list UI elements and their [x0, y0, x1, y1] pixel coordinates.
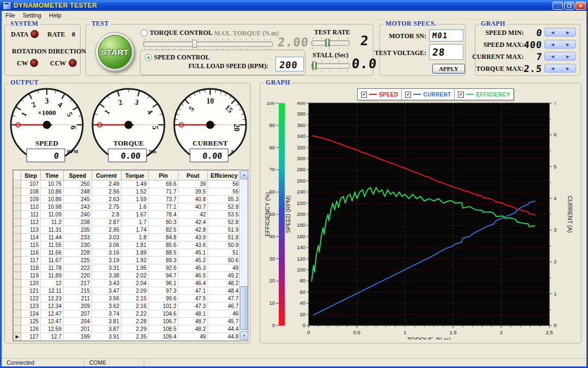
table-cell: 121: [21, 287, 41, 295]
status-bar: Connected COM6: [2, 358, 586, 367]
table-row[interactable]: 10710.752502.491.4969.63956: [14, 180, 241, 188]
row-selector[interactable]: [14, 180, 21, 188]
row-selector[interactable]: [14, 211, 21, 219]
row-selector[interactable]: [14, 295, 21, 303]
current-max-spinner[interactable]: ◀ ▶: [544, 52, 576, 61]
slider-track[interactable]: [311, 40, 350, 46]
column-header-speed[interactable]: Speed: [64, 171, 92, 180]
slider-track[interactable]: [143, 41, 273, 47]
spinner-left-icon[interactable]: ◀: [545, 64, 560, 72]
row-selector[interactable]: [14, 219, 21, 226]
scrollbar-thumb[interactable]: [240, 286, 248, 330]
table-row[interactable]: 11111.092402.81.6778.44253.5: [14, 211, 241, 219]
table-row[interactable]: 10910.862452.631.5973.740.855.3: [14, 196, 241, 203]
svg-text:7: 7: [554, 102, 556, 106]
torque-control-radio[interactable]: [140, 29, 148, 37]
row-selector[interactable]: [14, 287, 21, 295]
row-selector[interactable]: [14, 249, 21, 257]
row-selector[interactable]: [14, 226, 21, 234]
speed-max-spinner[interactable]: ◀ ▶: [544, 40, 576, 49]
table-row[interactable]: 12312.342093.622.16101.247.346.7: [14, 303, 241, 310]
table-row[interactable]: 11811.782223.311.9592.645.349: [14, 264, 241, 272]
table-row[interactable]: 11611.662283.161.8988.545.151: [14, 249, 241, 257]
row-selector[interactable]: [14, 196, 21, 203]
apply-button[interactable]: APPLY: [432, 64, 465, 74]
spinner-left-icon[interactable]: ◀: [545, 52, 560, 60]
row-selector[interactable]: [14, 264, 21, 272]
table-row[interactable]: 11211.22382.871.780.342.452.8: [14, 219, 241, 226]
table-row[interactable]: 11511.552303.061.8185.643.650.9: [14, 242, 241, 249]
spinner-right-icon[interactable]: ▶: [560, 40, 575, 48]
restore-button[interactable]: ❐: [564, 2, 574, 10]
scroll-down-icon[interactable]: ▼: [240, 331, 248, 340]
slider-track[interactable]: [311, 63, 350, 69]
row-selector[interactable]: [14, 257, 21, 264]
table-row[interactable]: 10810.862482.561.5271.739.555: [14, 188, 241, 196]
row-selector[interactable]: [14, 203, 21, 211]
table-cell: 117: [21, 257, 41, 264]
row-selector[interactable]: [14, 318, 21, 325]
speed-control-radio[interactable]: [145, 54, 152, 61]
column-header-current[interactable]: Current: [92, 171, 121, 180]
table-row[interactable]: 12512.472043.812.28106.748.745.7: [14, 318, 241, 325]
table-cell: 51.9: [208, 226, 241, 234]
test-voltage-input[interactable]: 28: [429, 44, 463, 60]
row-selector[interactable]: [14, 242, 21, 249]
table-row[interactable]: 11411.442333.031.884.843.951.8: [14, 234, 241, 242]
torque-max-spinner[interactable]: ◀ ▶: [544, 64, 576, 73]
close-button[interactable]: ✕: [575, 2, 586, 10]
svg-text:300: 300: [297, 155, 305, 161]
table-row[interactable]: 12212.232113.562.1599.647.547.7: [14, 295, 241, 303]
column-header-time[interactable]: Time: [41, 171, 64, 180]
column-header-pin[interactable]: Pin: [149, 171, 179, 180]
max-torque-slider[interactable]: [143, 39, 273, 50]
column-header-pout[interactable]: Pout: [179, 171, 208, 180]
table-row[interactable]: 12612.592013.872.29108.548.244.4: [14, 325, 241, 333]
spinner-right-icon[interactable]: ▶: [560, 52, 575, 60]
scroll-up-icon[interactable]: ▲: [240, 171, 248, 179]
motor-sn-label: MOTOR SN:: [389, 32, 426, 40]
row-selector[interactable]: [14, 310, 21, 318]
start-button[interactable]: START: [98, 35, 132, 69]
motor-sn-input[interactable]: M01: [429, 29, 463, 41]
test-rate-slider[interactable]: [311, 38, 350, 49]
svg-text:A: A: [230, 149, 234, 154]
table-row[interactable]: 12412.472073.742.22104.648.146: [14, 310, 241, 318]
spinner-right-icon[interactable]: ▶: [560, 64, 575, 72]
spinner-left-icon[interactable]: ◀: [545, 28, 560, 36]
menu-setting[interactable]: Setting: [19, 12, 45, 19]
table-row[interactable]: 11311.312352.951.7482.542.851.9: [14, 226, 241, 234]
column-header-torque[interactable]: Torque: [121, 171, 149, 180]
table-scrollbar[interactable]: ▲ ▼: [239, 170, 248, 341]
stall-slider[interactable]: [311, 61, 350, 72]
legend-checkbox[interactable]: ✔: [361, 92, 367, 98]
column-header-efficiency[interactable]: Efficiency: [208, 171, 241, 180]
row-selector[interactable]: [14, 188, 21, 196]
column-header-step[interactable]: Step: [21, 171, 41, 180]
test-rate-slider-thumb[interactable]: [325, 39, 330, 47]
minimize-button[interactable]: _: [553, 2, 563, 10]
menu-help[interactable]: Help: [45, 12, 65, 19]
row-selector[interactable]: [14, 234, 21, 242]
table-row[interactable]: 12112.112153.472.0997.347.148.4: [14, 287, 241, 295]
legend-checkbox[interactable]: ✔: [458, 92, 464, 98]
max-torque-slider-thumb[interactable]: [192, 40, 197, 48]
table-row[interactable]: ▶12712.71993.912.35109.44944.8: [14, 333, 241, 341]
legend-checkbox[interactable]: ✔: [405, 92, 411, 98]
row-selector[interactable]: ▶: [14, 333, 21, 341]
spinner-right-icon[interactable]: ▶: [560, 28, 575, 36]
menu-file[interactable]: File: [2, 12, 19, 19]
table-row[interactable]: 11711.672253.191.9289.345.250.6: [14, 257, 241, 264]
table-row[interactable]: 11010.982432.751.677.140.752.8: [14, 203, 241, 211]
row-selector[interactable]: [14, 325, 21, 333]
row-selector[interactable]: [14, 272, 21, 280]
speed-min-spinner[interactable]: ◀ ▶: [544, 28, 576, 37]
spinner-left-icon[interactable]: ◀: [545, 40, 560, 48]
table-row[interactable]: 11911.892203.382.0294.746.549.2: [14, 272, 241, 280]
full-load-speed-input[interactable]: 200: [275, 57, 304, 71]
stall-slider-thumb[interactable]: [312, 62, 317, 70]
svg-text:70: 70: [269, 166, 275, 172]
table-row[interactable]: 120122173.432.0496.146.448.2: [14, 280, 241, 287]
row-selector[interactable]: [14, 303, 21, 310]
row-selector[interactable]: [14, 280, 21, 287]
